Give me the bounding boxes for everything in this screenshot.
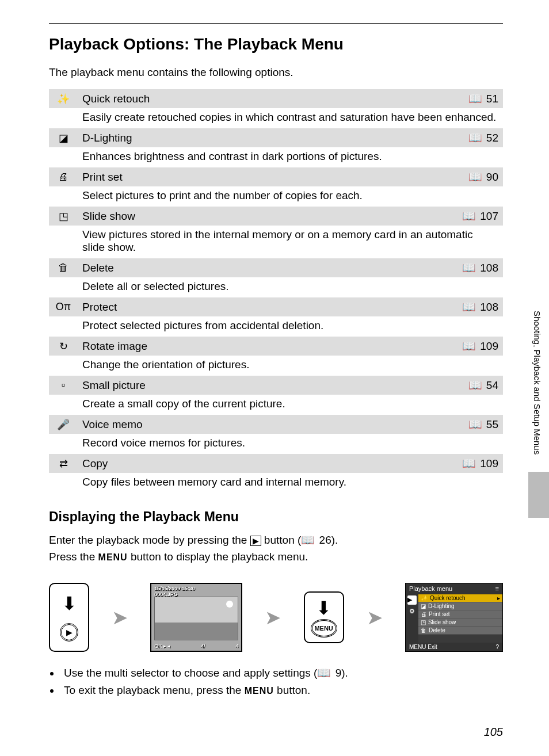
flow-arrow-icon: ➤	[112, 606, 128, 629]
book-icon: 📖	[301, 532, 315, 548]
option-title: Copy	[78, 454, 457, 473]
flow-arrow-icon: ➤	[265, 606, 281, 629]
menu-button-box: ⬇ MENU	[304, 591, 344, 643]
option-desc-row: View pictures stored in the internal mem…	[49, 226, 503, 258]
option-title: Rotate image	[78, 337, 457, 356]
menu-item-label: D-Lighting	[428, 603, 455, 609]
book-icon: 📖	[468, 418, 482, 431]
menu-item-icon: 🖨	[421, 611, 426, 617]
book-icon: 📖	[317, 666, 331, 679]
lcd-date: 15/05/2009 15:30	[154, 586, 195, 591]
option-title: Delete	[78, 258, 457, 277]
option-desc-row: Select pictures to print and the number …	[49, 186, 503, 207]
list-item: To exit the playback menu, press the MEN…	[60, 684, 503, 697]
book-icon: 📖	[468, 170, 482, 184]
menu-item-icon: ✨	[421, 595, 428, 601]
option-icon: Oπ	[49, 297, 78, 316]
option-page-ref: 📖 109	[457, 337, 503, 356]
book-icon: 📖	[462, 339, 476, 353]
playback-menu-screen: Playback menu ≡ ▶ ⚙ ✨Quick retouch▸◪D-Li…	[405, 583, 503, 652]
side-tab: Shooting, Playback and Setup Menus	[519, 311, 549, 518]
option-page-ref: 📖 107	[457, 207, 503, 226]
side-tab-setup-icon: ⚙	[409, 607, 415, 616]
lcd-bottom-right: 4	[235, 643, 238, 649]
option-row: ✨Quick retouch📖 51	[49, 89, 503, 108]
option-row: ◳Slide show📖 107	[49, 207, 503, 226]
lcd-scene-icon	[154, 597, 238, 640]
option-row: 🗑Delete📖 108	[49, 258, 503, 277]
option-icon: ⇄	[49, 454, 78, 473]
option-desc-row: Copy files between memory card and inter…	[49, 473, 503, 493]
lcd-bottom-left: OK ▸ ◂	[154, 643, 170, 649]
arrow-down-icon: ⬇	[316, 597, 331, 619]
option-description: Select pictures to print and the number …	[78, 186, 503, 207]
option-description: Delete all or selected pictures.	[78, 277, 503, 297]
book-icon: 📖	[468, 92, 482, 105]
option-icon: 🎤	[49, 415, 78, 434]
option-page-ref: 📖 51	[457, 89, 503, 108]
menu-circle-icon: MENU	[311, 619, 337, 637]
option-page-ref: 📖 52	[457, 128, 503, 147]
menu-list-item: ◳Slide show	[418, 618, 502, 627]
menu-hamburger-icon: ≡	[495, 585, 499, 592]
option-row: ▫Small picture📖 54	[49, 376, 503, 395]
option-icon: ◳	[49, 207, 78, 226]
instruction-list: Use the multi selector to choose and app…	[49, 666, 503, 697]
option-page-ref: 📖 54	[457, 376, 503, 395]
option-title: D-Lighting	[78, 128, 457, 147]
section-label: Shooting, Playback and Setup Menus	[532, 311, 542, 455]
body-line-2: Press the MENU button to display the pla…	[49, 548, 503, 565]
option-row: ↻Rotate image📖 109	[49, 337, 503, 356]
menu-item-icon: ◪	[421, 603, 426, 609]
option-desc-row: Delete all or selected pictures.	[49, 277, 503, 297]
option-icon: ◪	[49, 128, 78, 147]
book-icon: 📖	[462, 300, 476, 314]
menu-item-icon: ◳	[421, 619, 426, 625]
option-icon: ↻	[49, 337, 78, 356]
play-button-box: ⬇ ▶	[49, 583, 89, 652]
subheading: Displaying the Playback Menu	[49, 509, 503, 525]
side-tab-marker	[528, 472, 549, 518]
play-icon: ▶	[250, 536, 261, 547]
intro-text: The playback menu contains the following…	[49, 66, 503, 79]
arrow-down-icon: ⬇	[62, 593, 77, 614]
list-item: Use the multi selector to choose and app…	[60, 666, 503, 679]
option-desc-row: Create a small copy of the current pictu…	[49, 395, 503, 415]
option-page-ref: 📖 108	[457, 297, 503, 316]
option-page-ref: 📖 55	[457, 415, 503, 434]
lcd-preview: 15/05/2009 15:30 0004.JPG OK ▸ ◂ 4/ 4	[150, 583, 242, 652]
option-row: 🎤Voice memo📖 55	[49, 415, 503, 434]
body-line-1: Enter the playback mode by pressing the …	[49, 532, 503, 548]
option-icon: 🖨	[49, 167, 78, 186]
menu-item-label: Quick retouch	[430, 595, 466, 601]
book-icon: 📖	[468, 131, 482, 144]
option-description: Easily create retouched copies in which …	[78, 108, 503, 128]
page-title: Playback Options: The Playback Menu	[49, 35, 503, 54]
option-desc-row: Record voice memos for pictures.	[49, 434, 503, 454]
option-title: Slide show	[78, 207, 457, 226]
option-page-ref: 📖 90	[457, 167, 503, 186]
play-circle-icon: ▶	[60, 623, 78, 642]
book-icon: 📖	[462, 261, 476, 274]
option-description: Record voice memos for pictures.	[78, 434, 503, 454]
menu-footer-help-icon: ?	[495, 644, 499, 650]
book-icon: 📖	[468, 379, 482, 392]
option-icon: ▫	[49, 376, 78, 395]
option-description: Change the orientation of pictures.	[78, 356, 503, 376]
option-icon: 🗑	[49, 258, 78, 277]
menu-item-label: Print set	[429, 611, 450, 617]
option-desc-row: Change the orientation of pictures.	[49, 356, 503, 376]
menu-list-item: ◪D-Lighting	[418, 602, 502, 610]
option-description: Enhances brightness and contrast in dark…	[78, 147, 503, 167]
book-icon: 📖	[462, 209, 476, 223]
menu-list-item: 🖨Print set	[418, 610, 502, 618]
option-icon: ✨	[49, 89, 78, 108]
flow-arrow-icon: ➤	[367, 606, 383, 629]
option-title: Quick retouch	[78, 89, 457, 108]
option-description: View pictures stored in the internal mem…	[78, 226, 503, 258]
menu-screen-title: Playback menu	[409, 585, 452, 592]
menu-item-icon: 🗑	[421, 627, 426, 633]
option-row: OπProtect📖 108	[49, 297, 503, 316]
option-title: Voice memo	[78, 415, 457, 434]
lcd-bottom-mid: 4/	[201, 643, 205, 649]
